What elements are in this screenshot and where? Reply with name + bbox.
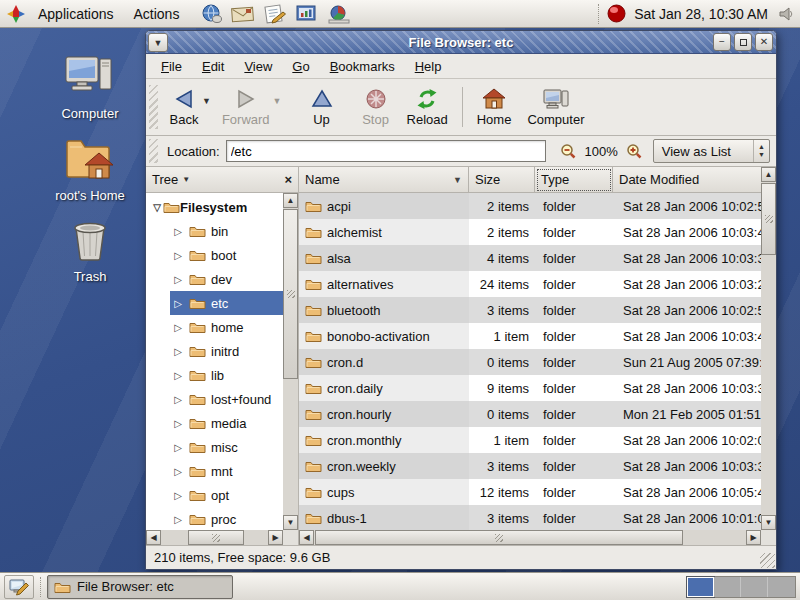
zoom-out-icon[interactable] bbox=[560, 143, 577, 160]
list-vscroll-thumb[interactable] bbox=[761, 183, 776, 255]
web-browser-launcher-icon[interactable] bbox=[201, 3, 223, 25]
desktop-icon-trash[interactable]: Trash bbox=[42, 220, 138, 284]
column-header-date[interactable]: Date Modified bbox=[613, 167, 761, 193]
tree-item-filesystem[interactable]: ▽ Filesystem bbox=[146, 195, 283, 219]
clock[interactable]: Sat Jan 28, 10:30 AM bbox=[634, 6, 770, 22]
table-row[interactable]: alsa 4 items folder Sat 28 Jan 2006 10:0… bbox=[299, 245, 761, 271]
scroll-right-icon[interactable]: ▶ bbox=[268, 530, 283, 545]
sidebar-horizontal-scrollbar[interactable]: ◀ ▶ bbox=[146, 530, 283, 545]
zoom-in-icon[interactable] bbox=[626, 143, 643, 160]
expander-closed-icon[interactable]: ▷ bbox=[172, 346, 184, 357]
tree-item[interactable]: ▷ proc bbox=[146, 507, 283, 530]
scroll-down-icon[interactable]: ▼ bbox=[761, 515, 776, 530]
tree-item[interactable]: ▷ etc bbox=[146, 291, 283, 315]
tree-item[interactable]: ▷ home bbox=[146, 315, 283, 339]
expander-closed-icon[interactable]: ▷ bbox=[172, 442, 184, 453]
desktop-icon-home[interactable]: root's Home bbox=[42, 135, 138, 203]
menubar-item[interactable]: File bbox=[152, 56, 191, 77]
file-name-cell[interactable]: cups bbox=[299, 479, 469, 505]
sidebar-vertical-scrollbar[interactable]: ▲ ▼ bbox=[283, 193, 298, 530]
table-row[interactable]: alchemist 2 items folder Sat 28 Jan 2006… bbox=[299, 219, 761, 245]
list-vertical-scrollbar[interactable]: ▲ ▼ bbox=[761, 167, 776, 530]
table-row[interactable]: cron.weekly 3 items folder Sat 28 Jan 20… bbox=[299, 453, 761, 479]
presentation-launcher-icon[interactable] bbox=[295, 4, 319, 24]
back-dropdown-icon[interactable]: ▼ bbox=[201, 94, 212, 108]
tree-item[interactable]: ▷ bin bbox=[146, 219, 283, 243]
table-row[interactable]: bonobo-activation 1 item folder Sat 28 J… bbox=[299, 323, 761, 349]
list-horizontal-scrollbar[interactable]: ◀ ▶ bbox=[299, 530, 761, 545]
file-name-cell[interactable]: cron.monthly bbox=[299, 427, 469, 453]
scroll-left-icon[interactable]: ◀ bbox=[299, 530, 314, 545]
workspace-cell[interactable] bbox=[714, 577, 741, 597]
table-row[interactable]: cups 12 items folder Sat 28 Jan 2006 10:… bbox=[299, 479, 761, 505]
file-name-cell[interactable]: cron.hourly bbox=[299, 401, 469, 427]
sidebar-vscroll-thumb[interactable] bbox=[283, 209, 298, 379]
expander-closed-icon[interactable]: ▷ bbox=[172, 466, 184, 477]
sidebar-hscroll-thumb[interactable] bbox=[188, 530, 244, 545]
titlebar[interactable]: ▼ File Browser: etc − ✕ bbox=[146, 31, 776, 54]
table-row[interactable]: dbus-1 3 items folder Sat 28 Jan 2006 10… bbox=[299, 505, 761, 530]
expander-closed-icon[interactable]: ▷ bbox=[172, 490, 184, 501]
tree-item[interactable]: ▷ misc bbox=[146, 435, 283, 459]
minimize-button[interactable]: − bbox=[713, 33, 731, 51]
desktop-icon-computer[interactable]: Computer bbox=[42, 55, 138, 121]
tree-item[interactable]: ▷ lost+found bbox=[146, 387, 283, 411]
word-processor-launcher-icon[interactable] bbox=[263, 4, 287, 24]
menubar-item[interactable]: Help bbox=[406, 56, 451, 77]
close-button[interactable]: ✕ bbox=[755, 33, 773, 51]
spreadsheet-launcher-icon[interactable] bbox=[327, 4, 351, 24]
expander-closed-icon[interactable]: ▷ bbox=[172, 394, 184, 405]
tree-item[interactable]: ▷ media bbox=[146, 411, 283, 435]
alert-notification-icon[interactable] bbox=[607, 4, 626, 23]
expander-open-icon[interactable]: ▽ bbox=[151, 202, 163, 213]
up-button[interactable]: Up bbox=[299, 82, 345, 132]
file-name-cell[interactable]: acpi bbox=[299, 193, 469, 219]
list-hscroll-thumb[interactable] bbox=[315, 530, 683, 545]
main-menu-icon[interactable] bbox=[6, 4, 26, 24]
tree-item[interactable]: ▷ mnt bbox=[146, 459, 283, 483]
table-row[interactable]: acpi 2 items folder Sat 28 Jan 2006 10:0… bbox=[299, 193, 761, 219]
file-name-cell[interactable]: dbus-1 bbox=[299, 505, 469, 530]
tree-item[interactable]: ▷ opt bbox=[146, 483, 283, 507]
menubar-item[interactable]: View bbox=[235, 56, 281, 77]
table-row[interactable]: cron.monthly 1 item folder Sat 28 Jan 20… bbox=[299, 427, 761, 453]
resize-grip[interactable] bbox=[760, 553, 775, 568]
forward-button[interactable]: Forward bbox=[214, 82, 278, 132]
actions-menu[interactable]: Actions bbox=[126, 3, 188, 25]
workspace-cell[interactable] bbox=[741, 577, 768, 597]
expander-closed-icon[interactable]: ▷ bbox=[172, 226, 184, 237]
file-name-cell[interactable]: cron.daily bbox=[299, 375, 469, 401]
scroll-up-icon[interactable]: ▲ bbox=[761, 167, 776, 182]
forward-dropdown-icon[interactable]: ▼ bbox=[272, 94, 283, 108]
scroll-up-icon[interactable]: ▲ bbox=[283, 193, 298, 208]
applications-menu[interactable]: Applications bbox=[30, 3, 122, 25]
view-mode-select[interactable]: View as List ▲▼ bbox=[653, 139, 770, 163]
computer-button[interactable]: Computer bbox=[519, 82, 592, 132]
file-name-cell[interactable]: cron.weekly bbox=[299, 453, 469, 479]
locationbar-grip[interactable] bbox=[149, 139, 158, 163]
file-name-cell[interactable]: cron.d bbox=[299, 349, 469, 375]
file-name-cell[interactable]: alternatives bbox=[299, 271, 469, 297]
window-menu-button[interactable]: ▼ bbox=[148, 33, 168, 52]
tree-item[interactable]: ▷ dev bbox=[146, 267, 283, 291]
expander-closed-icon[interactable]: ▷ bbox=[172, 370, 184, 381]
show-desktop-button[interactable] bbox=[4, 575, 34, 599]
menubar-item[interactable]: Bookmarks bbox=[321, 56, 404, 77]
column-header-type[interactable]: Type bbox=[535, 167, 613, 193]
scroll-down-icon[interactable]: ▼ bbox=[283, 515, 298, 530]
expander-closed-icon[interactable]: ▷ bbox=[172, 418, 184, 429]
expander-closed-icon[interactable]: ▷ bbox=[172, 298, 184, 309]
table-row[interactable]: cron.daily 9 items folder Sat 28 Jan 200… bbox=[299, 375, 761, 401]
volume-icon[interactable] bbox=[778, 6, 794, 22]
file-name-cell[interactable]: bonobo-activation bbox=[299, 323, 469, 349]
table-row[interactable]: cron.hourly 0 items folder Mon 21 Feb 20… bbox=[299, 401, 761, 427]
expander-closed-icon[interactable]: ▷ bbox=[172, 514, 184, 525]
file-name-cell[interactable]: alchemist bbox=[299, 219, 469, 245]
toolbar-grip[interactable] bbox=[149, 85, 158, 130]
table-row[interactable]: bluetooth 3 items folder Sat 28 Jan 2006… bbox=[299, 297, 761, 323]
tree-item[interactable]: ▷ boot bbox=[146, 243, 283, 267]
email-launcher-icon[interactable] bbox=[231, 4, 255, 24]
menubar-item[interactable]: Edit bbox=[193, 56, 233, 77]
home-button[interactable]: Home bbox=[469, 82, 520, 132]
maximize-button[interactable] bbox=[734, 33, 752, 51]
